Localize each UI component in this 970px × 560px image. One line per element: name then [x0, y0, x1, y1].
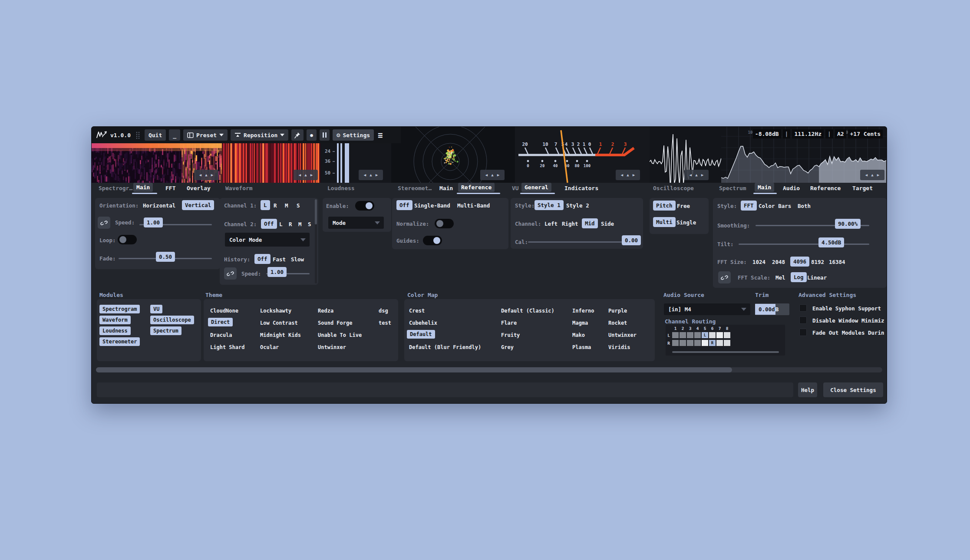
module-spectrum[interactable]: Spectrum: [150, 326, 181, 335]
loudness-enable-toggle[interactable]: [355, 201, 374, 211]
osc-trace-single[interactable]: Single: [676, 219, 696, 226]
routing-cell[interactable]: [716, 340, 723, 346]
step-up-icon[interactable]: ▲: [370, 173, 372, 177]
history-slow[interactable]: Slow: [291, 256, 304, 263]
tab-spectrogram-overlay[interactable]: Overlay: [187, 185, 211, 191]
theme-item[interactable]: CloudNone: [210, 308, 238, 314]
stereometer-viz[interactable]: ◀ ▲ ▶: [391, 127, 515, 183]
step-backward-icon[interactable]: ◀: [485, 173, 488, 177]
tab-spectrum-target[interactable]: Target: [852, 185, 873, 191]
spectrum-style-both[interactable]: Both: [798, 203, 811, 209]
status-input[interactable]: [97, 382, 793, 397]
theme-item[interactable]: Midnight Kids: [260, 332, 301, 338]
orientation-vertical[interactable]: Vertical: [182, 200, 214, 210]
step-backward-icon[interactable]: ◀: [364, 173, 366, 177]
tab-group-waveform[interactable]: Waveform: [225, 185, 253, 191]
menu-icon[interactable]: ≡: [378, 130, 383, 140]
osc-mode-pitch[interactable]: Pitch: [653, 201, 676, 211]
ch1-option-s[interactable]: S: [297, 202, 300, 209]
color-mode-dropdown[interactable]: Color Mode: [225, 233, 310, 247]
vu-style-1[interactable]: Style 1: [534, 200, 564, 210]
fft-size-1024[interactable]: 1024: [752, 259, 765, 265]
ch1-option-m[interactable]: M: [285, 202, 288, 209]
step-forward-icon[interactable]: ▶: [211, 173, 213, 177]
smoothing-value[interactable]: 90.00%: [835, 219, 861, 229]
colormap-item[interactable]: Cubehelix: [409, 320, 437, 326]
spectrum-style-colorbars[interactable]: Color Bars: [759, 203, 791, 209]
oscilloscope-transport[interactable]: ◀ ▲ ▶: [684, 170, 709, 180]
routing-cell[interactable]: [672, 332, 679, 338]
theme-item[interactable]: test: [379, 320, 391, 326]
ch2-option-r[interactable]: R: [289, 221, 292, 227]
colormap-item[interactable]: Inferno: [572, 308, 594, 314]
routing-cell[interactable]: [716, 332, 723, 338]
tab-spectrogram-fft[interactable]: FFT: [165, 185, 175, 191]
routing-cell[interactable]: [680, 340, 686, 346]
help-button[interactable]: Help: [798, 382, 817, 397]
theme-item[interactable]: Low Contrast: [260, 320, 298, 326]
record-button[interactable]: ●: [307, 129, 317, 141]
colormap-item[interactable]: Purple: [608, 308, 627, 314]
preset-button[interactable]: Preset: [183, 129, 228, 141]
waveform-transport[interactable]: ◀ ▲ ▶: [294, 170, 318, 180]
step-backward-icon[interactable]: ◀: [299, 173, 301, 177]
tab-vu-indicators[interactable]: Indicators: [564, 185, 598, 191]
theme-item[interactable]: Unable To Live: [318, 332, 362, 338]
routing-cell[interactable]: [687, 332, 693, 338]
routing-cell-l-assigned[interactable]: L: [702, 332, 708, 338]
pause-button[interactable]: [320, 129, 330, 141]
step-up-icon[interactable]: ▲: [695, 173, 697, 177]
link-button[interactable]: [224, 267, 237, 280]
colormap-item[interactable]: Untwinxer: [608, 332, 637, 338]
ch2-option-off[interactable]: Off: [261, 219, 277, 229]
loudness-transport[interactable]: ◀ ▲ ▶: [359, 170, 383, 180]
theme-item[interactable]: Lockshawty: [260, 308, 291, 314]
scrollbar[interactable]: [315, 199, 317, 283]
module-loudness[interactable]: Loudness: [99, 326, 131, 335]
step-up-icon[interactable]: ▲: [871, 173, 873, 177]
link-button[interactable]: [98, 217, 110, 229]
theme-item[interactable]: dsg: [379, 308, 388, 314]
orientation-horizontal[interactable]: Horizontal: [143, 202, 175, 209]
colormap-item-selected[interactable]: Default: [407, 330, 435, 339]
normalize-toggle[interactable]: [435, 219, 454, 228]
vu-channel-side[interactable]: Side: [601, 221, 614, 227]
ch2-option-s[interactable]: S: [308, 221, 311, 227]
vu-meter-viz[interactable]: 20107543210123020406080100 ◀ ▲ ▶: [515, 127, 650, 183]
step-backward-icon[interactable]: ◀: [199, 173, 201, 177]
waveform-speed-value[interactable]: 1.00: [267, 267, 287, 277]
fade-value[interactable]: 0.50: [156, 252, 175, 262]
fft-size-16384[interactable]: 16384: [829, 259, 845, 265]
tab-spectrum-audio[interactable]: Audio: [783, 185, 800, 191]
close-settings-button[interactable]: Close Settings: [823, 382, 883, 397]
module-spectrogram[interactable]: Spectrogram: [99, 305, 140, 313]
routing-scrollbar[interactable]: [672, 351, 779, 353]
routing-cell[interactable]: [702, 340, 708, 346]
drag-grip-icon[interactable]: [135, 131, 140, 139]
syphon-checkbox[interactable]: [799, 304, 807, 312]
vu-style-2[interactable]: Style 2: [566, 202, 589, 209]
osc-mode-free[interactable]: Free: [677, 203, 690, 209]
tab-spectrogram-main[interactable]: Main: [133, 183, 153, 192]
routing-cell[interactable]: [724, 340, 730, 346]
colormap-item[interactable]: Flare: [501, 320, 517, 326]
stereometer-transport[interactable]: ◀ ▲ ▶: [480, 170, 505, 180]
fft-size-2048[interactable]: 2048: [772, 259, 785, 265]
vu-transport[interactable]: ◀ ▲ ▶: [616, 170, 640, 180]
quit-button[interactable]: Quit: [145, 129, 166, 141]
ch2-option-l[interactable]: L: [279, 221, 283, 227]
osc-trace-multi[interactable]: Multi: [653, 217, 676, 227]
tilt-slider[interactable]: [739, 244, 869, 245]
theme-item[interactable]: Redza: [318, 308, 333, 314]
step-up-icon[interactable]: ▲: [627, 173, 629, 177]
colormap-item[interactable]: Plasma: [572, 344, 591, 350]
theme-item[interactable]: Light Shard: [210, 344, 244, 350]
scrollbar-thumb[interactable]: [315, 199, 317, 224]
module-waveform[interactable]: Waveform: [99, 316, 131, 324]
minimize-button[interactable]: _: [169, 129, 180, 141]
colormap-item[interactable]: Rocket: [608, 320, 627, 326]
colormap-item[interactable]: Magma: [572, 320, 588, 326]
theme-item[interactable]: Ocular: [260, 344, 279, 350]
step-up-icon[interactable]: ▲: [304, 173, 307, 177]
theme-item[interactable]: Sound Forge: [318, 320, 352, 326]
